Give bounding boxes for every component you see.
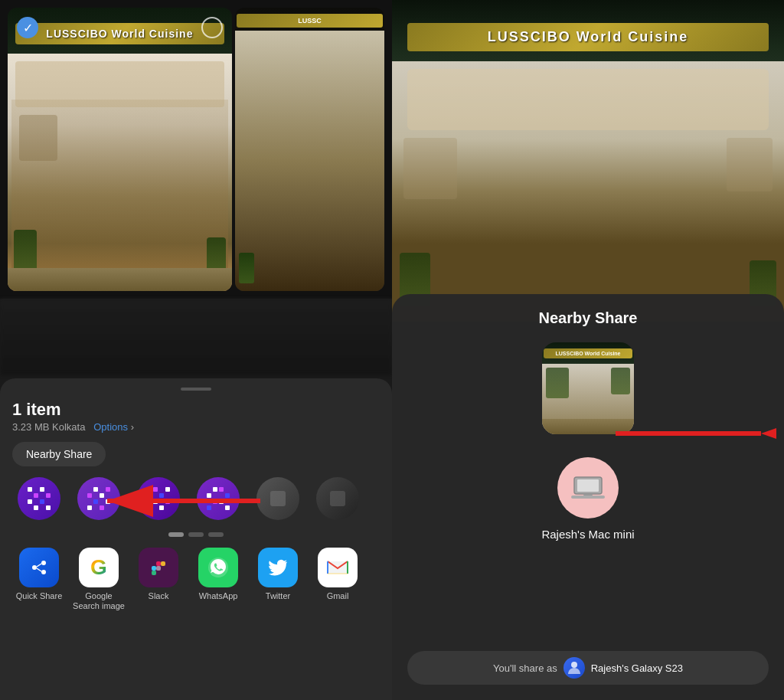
contact-avatar xyxy=(18,477,60,520)
svg-rect-16 xyxy=(583,494,593,496)
contact-avatar xyxy=(77,477,120,520)
contact-item[interactable] xyxy=(132,477,185,523)
recent-contacts xyxy=(12,477,380,523)
share-as-name: Rajesh's Galaxy S23 xyxy=(591,662,683,674)
share-sheet: 1 item 3.23 MB Kolkata Options › Nearby … xyxy=(0,378,392,700)
svg-rect-5 xyxy=(152,566,156,571)
sheet-handle xyxy=(181,388,211,391)
gmail-icon xyxy=(318,548,358,587)
preview-building xyxy=(542,364,634,434)
apps-row: Quick Share G GoogleSearch image xyxy=(12,548,380,619)
nearby-share-panel: Nearby Share LUSSCIBO World Cuisine Raje… xyxy=(392,294,784,700)
dot-3 xyxy=(208,532,224,537)
svg-point-0 xyxy=(41,561,46,565)
preview-sign: LUSSCIBO World Cuisine xyxy=(544,348,632,358)
left-panel: LUSSCIBO World Cuisine ✓ xyxy=(0,0,392,700)
app-gmail[interactable]: Gmail xyxy=(311,548,364,601)
svg-line-4 xyxy=(37,568,41,571)
app-google[interactable]: G GoogleSearch image xyxy=(72,548,126,611)
svg-point-1 xyxy=(41,570,46,574)
contact-item[interactable] xyxy=(251,477,305,523)
contact-item[interactable] xyxy=(311,477,364,523)
contact-item[interactable] xyxy=(191,477,245,523)
contact-item[interactable] xyxy=(12,477,66,523)
restaurant-building-left xyxy=(8,54,232,291)
device-name: Rajesh's Mac mini xyxy=(541,528,634,541)
blur-bg xyxy=(0,299,392,375)
app-whatsapp[interactable]: WhatsApp xyxy=(191,548,245,601)
secondary-photo[interactable]: LUSSC xyxy=(235,8,384,291)
svg-rect-14 xyxy=(577,479,599,492)
photo-grid: LUSSCIBO World Cuisine ✓ xyxy=(0,0,392,299)
whatsapp-label: WhatsApp xyxy=(199,591,238,601)
contact-avatar xyxy=(316,477,359,520)
nearby-share-button[interactable]: Nearby Share xyxy=(12,442,106,466)
nearby-share-title: Nearby Share xyxy=(539,309,638,327)
contact-avatar xyxy=(197,477,240,520)
quick-share-icon xyxy=(19,548,59,587)
restaurant-sign-left: LUSSCIBO World Cuisine xyxy=(15,23,224,44)
selected-checkmark[interactable]: ✓ xyxy=(17,17,38,38)
gmail-label: Gmail xyxy=(327,591,349,601)
app-slack[interactable]: Slack xyxy=(132,548,185,601)
svg-point-2 xyxy=(32,565,37,570)
svg-point-17 xyxy=(571,662,577,668)
laptop-icon xyxy=(571,474,605,502)
slack-icon xyxy=(139,548,178,587)
whatsapp-icon xyxy=(198,548,238,587)
svg-line-3 xyxy=(37,564,41,567)
contact-avatar xyxy=(256,477,299,520)
contact-item[interactable] xyxy=(72,477,126,523)
options-link[interactable]: Options xyxy=(93,421,128,433)
share-as-row: You'll share as Rajesh's Galaxy S23 xyxy=(407,651,769,685)
bg-restaurant-sign: LUSSCIBO World Cuisine xyxy=(407,23,769,51)
svg-rect-7 xyxy=(161,561,165,566)
svg-rect-9 xyxy=(156,566,161,571)
shared-image-preview: LUSSCIBO World Cuisine xyxy=(542,342,634,434)
share-as-label: You'll share as xyxy=(493,662,557,674)
svg-rect-15 xyxy=(571,496,605,499)
google-icon: G xyxy=(79,548,119,587)
slack-label: Slack xyxy=(149,591,169,601)
dot-2 xyxy=(188,532,204,537)
twitter-label: Twitter xyxy=(266,591,290,601)
app-quick-share[interactable]: Quick Share xyxy=(12,548,66,601)
right-panel: LUSSCIBO World Cuisine Nearby Share LUSS… xyxy=(392,0,784,700)
dot-1 xyxy=(168,532,184,537)
bg-photo: LUSSCIBO World Cuisine xyxy=(392,0,784,322)
google-label: GoogleSearch image xyxy=(73,591,125,611)
twitter-icon xyxy=(258,548,298,587)
contact-avatar xyxy=(137,477,180,520)
pagination-dots xyxy=(12,532,380,537)
main-photo[interactable]: LUSSCIBO World Cuisine ✓ xyxy=(8,8,232,291)
share-meta: 3.23 MB Kolkata Options › xyxy=(12,421,380,433)
unselected-circle[interactable] xyxy=(201,17,223,38)
quick-share-label: Quick Share xyxy=(16,591,63,601)
app-twitter[interactable]: Twitter xyxy=(251,548,305,601)
bg-building xyxy=(392,61,784,322)
svg-rect-6 xyxy=(152,571,156,575)
svg-rect-8 xyxy=(156,561,161,566)
share-title: 1 item xyxy=(12,400,380,420)
share-header: 1 item 3.23 MB Kolkata Options › xyxy=(12,400,380,433)
share-as-avatar xyxy=(564,657,585,679)
device-circle[interactable] xyxy=(557,457,619,518)
